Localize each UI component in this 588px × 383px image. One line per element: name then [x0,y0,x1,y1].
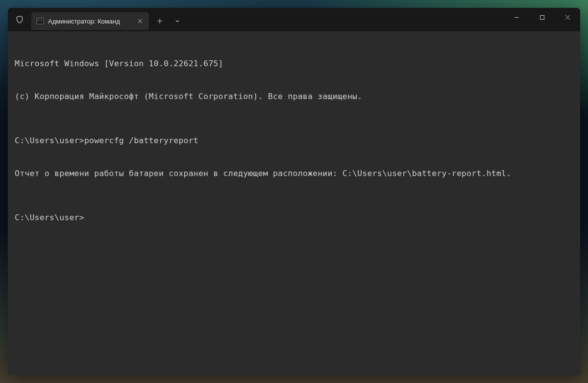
window-titlebar[interactable]: C:\ Администратор: Команд [8,8,580,31]
cmd-icon: C:\ [36,17,44,25]
command-line-2: C:\Users\user> [15,212,573,223]
close-button[interactable] [555,8,580,26]
svg-rect-7 [540,15,544,19]
prompt: C:\Users\user> [15,212,84,223]
window-controls [504,8,580,31]
command-line-1: C:\Users\user>powercfg /batteryreport [15,135,573,146]
svg-text:C:\: C:\ [38,19,42,22]
command-text: powercfg /batteryreport [84,135,198,146]
shield-icon [8,8,31,31]
terminal-window: C:\ Администратор: Команд [8,8,580,375]
titlebar-left: C:\ Администратор: Команд [8,8,186,31]
prompt: C:\Users\user> [15,135,84,146]
maximize-button[interactable] [529,8,555,26]
terminal-content[interactable]: Microsoft Windows [Version 10.0.22621.67… [8,31,580,375]
tab-close-button[interactable] [135,16,145,26]
version-line: Microsoft Windows [Version 10.0.22621.67… [15,58,573,69]
output-line: Отчет о времени работы батареи сохранен … [15,168,573,179]
tab-dropdown-button[interactable] [169,12,186,30]
new-tab-button[interactable] [151,12,169,30]
tab-title: Администратор: Команд [48,18,131,25]
minimize-button[interactable] [504,8,529,26]
copyright-line: (c) Корпорация Майкрософт (Microsoft Cor… [15,91,573,102]
terminal-tab[interactable]: C:\ Администратор: Команд [31,12,149,30]
